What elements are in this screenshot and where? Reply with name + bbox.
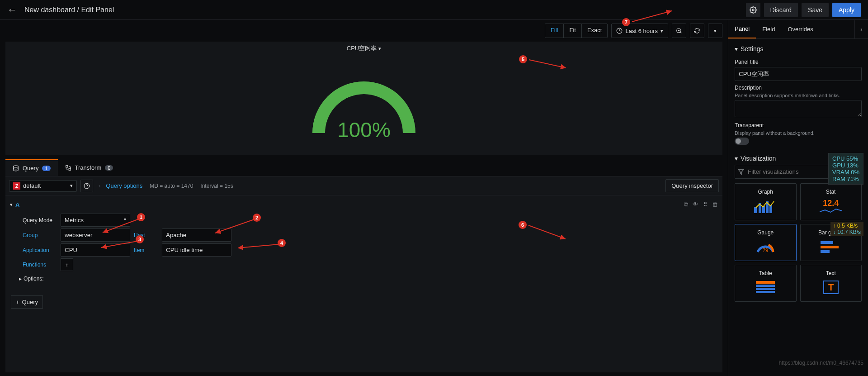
host-input[interactable] [162,228,231,242]
item-input[interactable] [162,243,231,257]
preview-panel: CPU空闲率 100% [5,42,722,155]
viz-graph[interactable]: Graph [735,183,797,220]
sidebar-tabs: Panel Field Overrides › [728,20,868,39]
transform-count-badge: 0 [105,165,113,171]
refresh-button[interactable] [690,24,704,38]
discard-button[interactable]: Discard [764,3,798,17]
svg-rect-6 [66,165,67,167]
query-options-toggle[interactable]: Options: [19,273,715,285]
back-arrow-icon[interactable]: ← [7,4,17,16]
gauge-chart: 100% [5,52,722,155]
duplicate-query-icon[interactable]: ⧉ [684,201,688,208]
help-icon [84,183,90,189]
tab-transform[interactable]: Transform 0 [58,159,121,176]
settings-button[interactable] [746,3,760,17]
settings-header-label: Settings [741,45,764,52]
gear-icon [750,6,757,14]
viz-text[interactable]: Text T [800,265,862,302]
chevron-down-icon [660,28,663,34]
top-actions: Discard Save Apply [746,3,861,17]
query-inspector-button[interactable]: Query inspector [665,179,719,192]
refresh-dropdown[interactable] [708,24,722,38]
annotation-badge-4: 4 [278,239,286,247]
net-down: ↓ 10.7 KB/s [833,229,861,235]
panel-title-text: CPU空闲率 [347,44,377,52]
panel-title-input[interactable] [735,67,862,81]
query-row-actions: ⧉ 👁 ⠿ 🗑 [684,201,718,208]
transparent-toggle[interactable] [735,138,749,145]
tab-query[interactable]: Query 1 [5,159,58,176]
svg-rect-7 [69,168,71,170]
annotation-badge-6: 6 [519,221,527,229]
filter-icon [738,169,744,175]
delete-query-icon[interactable]: 🗑 [712,201,718,208]
item-label: Item [130,244,162,257]
chevron-down-icon [378,46,381,52]
description-label: Description [735,85,862,91]
zoom-out-button[interactable] [672,24,686,38]
svg-point-0 [752,9,754,11]
svg-rect-22 [756,291,775,293]
viz-table[interactable]: Table [735,265,797,302]
time-range-label: Last 6 hours [625,28,658,34]
settings-header[interactable]: Settings [735,43,862,55]
query-mode-value: Metrics [65,217,84,224]
svg-rect-15 [769,205,772,213]
fit-mode[interactable]: Fit [564,24,581,38]
options-sidebar: Panel Field Overrides › Settings Panel t… [728,20,868,376]
transparent-label: Transparent [735,122,862,129]
group-label: Group [19,229,61,242]
refresh-icon [694,28,700,34]
add-function-button[interactable]: + [61,258,73,271]
options-label: Options: [24,276,44,282]
datasource-help[interactable] [80,180,93,192]
annotation-badge-2: 2 [253,214,261,222]
query-mode-label: Query Mode [19,214,61,227]
tab-panel[interactable]: Panel [728,20,756,38]
drag-handle-icon[interactable]: ⠿ [703,201,708,208]
application-label: Application [19,244,61,257]
panel-title[interactable]: CPU空闲率 [347,44,381,52]
svg-marker-10 [738,169,744,174]
chevron-down-icon [714,28,717,34]
description-input[interactable] [735,100,862,117]
panel-title-label: Panel title [735,59,862,65]
application-input[interactable] [61,243,130,257]
topbar: ← New dashboard / Edit Panel Discard Sav… [0,0,868,20]
stat-thumb-value: 12.4 [823,199,839,208]
query-area: Z default › Query options MD = auto = 14… [5,176,722,372]
chevron-down-icon [10,202,13,208]
chevron-down-icon [735,155,738,162]
query-md: MD = auto = 1470 [150,183,193,189]
gauge-value: 100% [337,118,391,142]
group-input[interactable] [61,228,130,242]
time-range-picker[interactable]: Last 6 hours [611,24,668,38]
add-query-button[interactable]: + Query [11,295,43,309]
query-form: Query Mode Metrics ▾ Group Host [5,214,722,289]
gauge-thumb-value: 79 [763,247,768,253]
query-mode-select[interactable]: Metrics ▾ [61,214,130,227]
viz-gauge[interactable]: Gauge 79 [735,224,797,261]
viz-label: Stat [826,189,835,195]
tab-overrides[interactable]: Overrides [781,20,819,38]
collapse-sidebar-button[interactable]: › [854,20,868,38]
svg-rect-21 [756,288,775,290]
toggle-visibility-icon[interactable]: 👁 [693,201,698,208]
svg-rect-19 [756,281,775,284]
svg-rect-20 [756,285,775,287]
viz-label: Graph [758,189,773,195]
query-options-link[interactable]: Query options [106,182,142,189]
tab-transform-label: Transform [75,164,102,171]
query-row-header[interactable]: A ⧉ 👁 ⠿ 🗑 [5,195,722,214]
stat-ram: RAM 71% [832,176,859,182]
apply-button[interactable]: Apply [832,3,861,17]
tab-field[interactable]: Field [756,20,781,38]
fill-mode[interactable]: Fill [545,24,564,38]
add-query-label: Query [22,299,38,305]
datasource-select[interactable]: Z default [9,180,77,192]
preview-toolbar: Fill Fit Exact Last 6 hours [5,24,722,38]
svg-rect-18 [821,250,830,253]
save-button[interactable]: Save [802,3,829,17]
exact-mode[interactable]: Exact [582,24,608,38]
viz-stat[interactable]: Stat 12.4 [800,183,862,220]
